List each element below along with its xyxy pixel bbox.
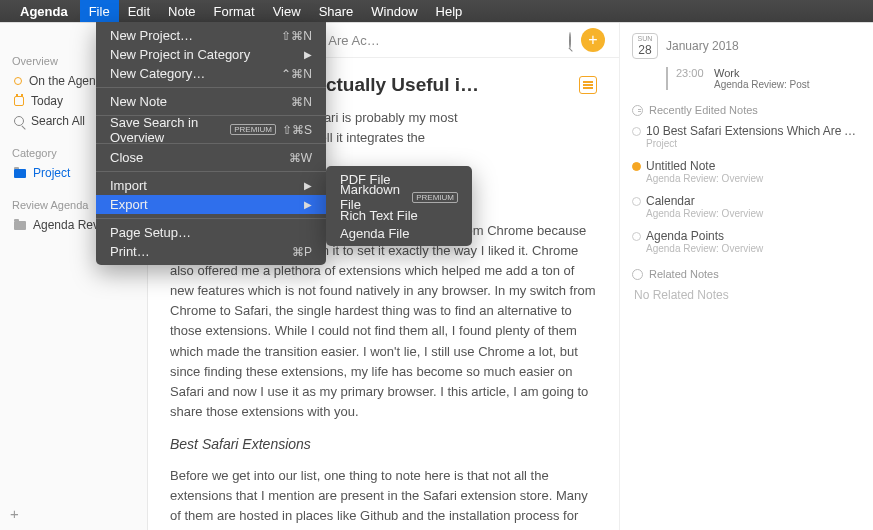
- search-icon: [14, 116, 24, 126]
- new-note-button[interactable]: +: [581, 28, 605, 52]
- date-header[interactable]: SUN28 January 2018: [632, 33, 861, 59]
- related-header: Related Notes: [632, 268, 861, 280]
- event-subtitle: Agenda Review: Post: [714, 79, 810, 90]
- event-row[interactable]: 23:00 WorkAgenda Review: Post: [666, 67, 861, 90]
- menu-item-new-category[interactable]: New Category…⌃⌘N: [96, 64, 326, 83]
- search-icon[interactable]: [569, 33, 571, 48]
- recent-note-item[interactable]: Untitled NoteAgenda Review: Overview: [632, 159, 861, 184]
- right-panel: SUN28 January 2018 23:00 WorkAgenda Revi…: [619, 23, 873, 530]
- menu-item-new-project[interactable]: New Project…⇧⌘N: [96, 26, 326, 45]
- menu-window[interactable]: Window: [362, 0, 426, 22]
- sidebar-item-label: Today: [31, 94, 63, 108]
- agenda-bullet-icon: [14, 77, 22, 85]
- menu-item-new-note[interactable]: New Note⌘N: [96, 92, 326, 111]
- menu-format[interactable]: Format: [205, 0, 264, 22]
- menu-item-import[interactable]: Import▶: [96, 176, 326, 195]
- menu-item-export[interactable]: Export▶: [96, 195, 326, 214]
- calendar-icon: [14, 96, 24, 106]
- menu-note[interactable]: Note: [159, 0, 204, 22]
- menu-edit[interactable]: Edit: [119, 0, 159, 22]
- note-calendar-icon[interactable]: [579, 76, 597, 94]
- sidebar-item-label: Agenda Revi: [33, 218, 102, 232]
- month-label: January 2018: [666, 39, 739, 53]
- menu-item-save-search[interactable]: Save Search in OverviewPREMIUM⇧⌘S: [96, 120, 326, 139]
- recent-header: Recently Edited Notes: [632, 104, 861, 116]
- submenu-item-markdown[interactable]: Markdown FilePREMIUM: [326, 188, 472, 206]
- menu-item-print[interactable]: Print…⌘P: [96, 242, 326, 261]
- related-empty: No Related Notes: [632, 288, 861, 302]
- menu-item-new-project-in-category[interactable]: New Project in Category▶: [96, 45, 326, 64]
- recent-note-item[interactable]: CalendarAgenda Review: Overview: [632, 194, 861, 219]
- event-time: 23:00: [676, 67, 706, 90]
- recent-note-item[interactable]: 10 Best Safari Extensions Which Are Actu…: [632, 124, 861, 149]
- menu-item-close[interactable]: Close⌘W: [96, 148, 326, 167]
- link-icon: [632, 269, 643, 280]
- menu-item-page-setup[interactable]: Page Setup…: [96, 223, 326, 242]
- menu-file[interactable]: File: [80, 0, 119, 22]
- submenu-item-agenda[interactable]: Agenda File: [326, 224, 472, 242]
- menu-view[interactable]: View: [264, 0, 310, 22]
- note-subheading: Best Safari Extensions: [170, 434, 597, 456]
- menu-help[interactable]: Help: [427, 0, 472, 22]
- folder-icon: [14, 169, 26, 178]
- app-name[interactable]: Agenda: [20, 4, 68, 19]
- menu-share[interactable]: Share: [310, 0, 363, 22]
- clock-icon: [632, 105, 643, 116]
- folder-icon: [14, 221, 26, 230]
- sidebar-item-label: Project: [33, 166, 70, 180]
- sidebar-item-label: On the Agen: [29, 74, 96, 88]
- sidebar-item-label: Search All: [31, 114, 85, 128]
- note-paragraph: Before we get into our list, one thing t…: [170, 466, 597, 530]
- event-title: Work: [714, 67, 810, 79]
- calendar-big-icon: SUN28: [632, 33, 658, 59]
- recent-note-item[interactable]: Agenda PointsAgenda Review: Overview: [632, 229, 861, 254]
- export-submenu: PDF File Markdown FilePREMIUM Rich Text …: [326, 166, 472, 246]
- menubar: Agenda File Edit Note Format View Share …: [0, 0, 873, 22]
- file-menu-dropdown: New Project…⇧⌘N New Project in Category▶…: [96, 22, 326, 265]
- submenu-item-rtf[interactable]: Rich Text File: [326, 206, 472, 224]
- add-button[interactable]: +: [10, 505, 19, 522]
